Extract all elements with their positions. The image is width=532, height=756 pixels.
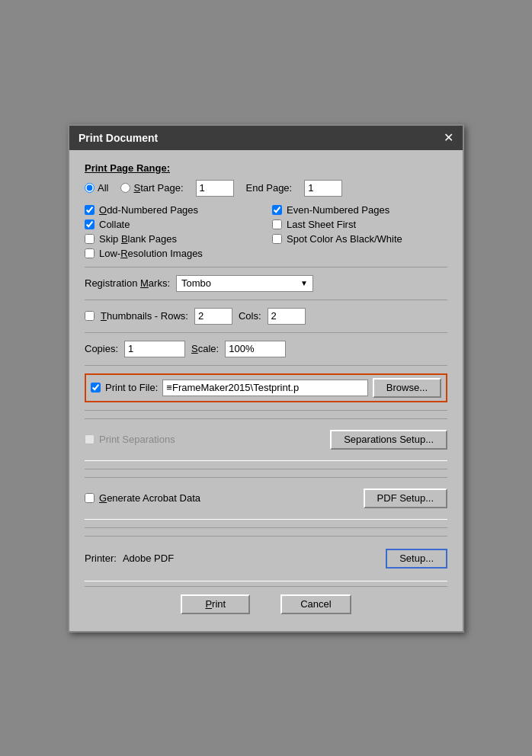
print-to-file-section: Print to File: Browse... [85, 373, 447, 402]
separations-setup-button[interactable]: Separations Setup... [330, 430, 447, 450]
skip-blank-checkbox[interactable] [85, 234, 95, 244]
printer-info: Printer: Adobe PDF [85, 553, 174, 564]
cancel-button[interactable]: Cancel [280, 594, 351, 614]
spot-color-label: Spot Color As Black/White [287, 233, 402, 245]
cols-label: Cols: [239, 310, 261, 322]
odd-numbered-label: Odd-Numbered Pages [99, 204, 198, 216]
skip-blank-label: Skip Blank Pages [99, 233, 177, 245]
acrobat-row: Generate Acrobat Data PDF Setup... [85, 485, 447, 511]
registration-label: Registration Marks: [85, 277, 170, 289]
print-dialog: Print Document ✕ Print Page Range: All S… [68, 124, 464, 633]
even-numbered-checkbox[interactable] [272, 205, 282, 215]
spot-color-row: Spot Color As Black/White [272, 233, 447, 245]
dropdown-arrow-icon: ▼ [300, 279, 308, 287]
printer-value: Adobe PDF [123, 553, 174, 564]
low-res-checkbox[interactable] [85, 248, 95, 258]
start-page-input[interactable] [196, 180, 234, 197]
print-to-file-label: Print to File: [105, 382, 158, 393]
separations-section: Print Separations Separations Setup... [85, 418, 447, 461]
radio-all-item: All [85, 182, 108, 194]
radio-all[interactable] [85, 183, 95, 193]
odd-numbered-checkbox[interactable] [85, 205, 95, 215]
printer-section: Printer: Adobe PDF Setup... [85, 536, 447, 581]
end-page-input[interactable] [304, 180, 342, 197]
page-range-section: Print Page Range: All Start Page: End Pa… [85, 162, 447, 197]
low-res-row: Low-Resolution Images [85, 248, 260, 259]
acrobat-checkbox-row: Generate Acrobat Data [85, 492, 200, 504]
separations-row: Print Separations Separations Setup... [85, 427, 447, 453]
copies-label: Copies: [85, 343, 118, 354]
print-label: Print [205, 598, 226, 610]
thumbnails-label: Thumbnails - Rows: [101, 310, 188, 322]
radio-all-label: All [98, 182, 108, 194]
bottom-buttons: Print Cancel [85, 586, 447, 619]
low-res-label: Low-Resolution Images [99, 248, 203, 259]
separations-label: Print Separations [99, 434, 175, 445]
setup-button[interactable]: Setup... [386, 549, 447, 569]
odd-numbered-row: Odd-Numbered Pages [85, 204, 260, 216]
dialog-body: Print Page Range: All Start Page: End Pa… [69, 150, 463, 631]
collate-label: Collate [99, 219, 130, 230]
radio-start[interactable] [120, 183, 130, 193]
print-to-file-checkbox[interactable] [91, 383, 101, 392]
registration-value: Tombo [181, 277, 211, 289]
spot-color-checkbox[interactable] [272, 234, 282, 244]
collate-checkbox[interactable] [85, 219, 95, 229]
thumbnails-rows-input[interactable] [194, 308, 232, 325]
scale-label: Scale: [191, 343, 219, 354]
print-button[interactable]: Print [181, 594, 250, 614]
skip-blank-row: Skip Blank Pages [85, 233, 260, 245]
file-path-input[interactable] [162, 380, 367, 396]
printer-row: Printer: Adobe PDF Setup... [85, 544, 447, 573]
dialog-title: Print Document [79, 132, 158, 144]
pdf-setup-button[interactable]: PDF Setup... [364, 489, 447, 508]
scale-input[interactable] [225, 341, 286, 357]
last-sheet-label: Last Sheet First [287, 219, 356, 230]
thumbnails-checkbox[interactable] [85, 311, 95, 321]
last-sheet-row: Last Sheet First [272, 219, 447, 230]
page-range-label: Print Page Range: [85, 162, 447, 174]
radio-start-item: Start Page: [120, 182, 183, 194]
thumbnails-row: Thumbnails - Rows: Cols: [85, 308, 447, 325]
separations-checkbox[interactable] [85, 434, 95, 444]
registration-row: Registration Marks: Tombo ▼ [85, 275, 447, 292]
last-sheet-checkbox[interactable] [272, 219, 282, 229]
title-bar: Print Document ✕ [69, 126, 463, 150]
checkboxes-grid: Odd-Numbered Pages Even-Numbered Pages C… [85, 204, 447, 259]
end-page-label: End Page: [246, 182, 293, 194]
radio-group: All Start Page: End Page: [85, 180, 447, 197]
browse-button[interactable]: Browse... [373, 378, 441, 398]
printer-label: Printer: [85, 553, 117, 564]
collate-row: Collate [85, 219, 260, 230]
separations-checkbox-row: Print Separations [85, 434, 175, 445]
registration-dropdown[interactable]: Tombo ▼ [176, 275, 313, 292]
acrobat-label: Generate Acrobat Data [99, 492, 200, 504]
radio-start-label: Start Page: [133, 182, 183, 194]
thumbnails-cols-input[interactable] [268, 308, 306, 325]
copies-input[interactable] [124, 341, 185, 357]
copies-scale-row: Copies: Scale: [85, 341, 447, 357]
acrobat-section: Generate Acrobat Data PDF Setup... [85, 477, 447, 520]
even-numbered-label: Even-Numbered Pages [287, 204, 389, 216]
even-numbered-row: Even-Numbered Pages [272, 204, 447, 216]
acrobat-checkbox[interactable] [85, 493, 95, 503]
close-button[interactable]: ✕ [444, 132, 453, 144]
